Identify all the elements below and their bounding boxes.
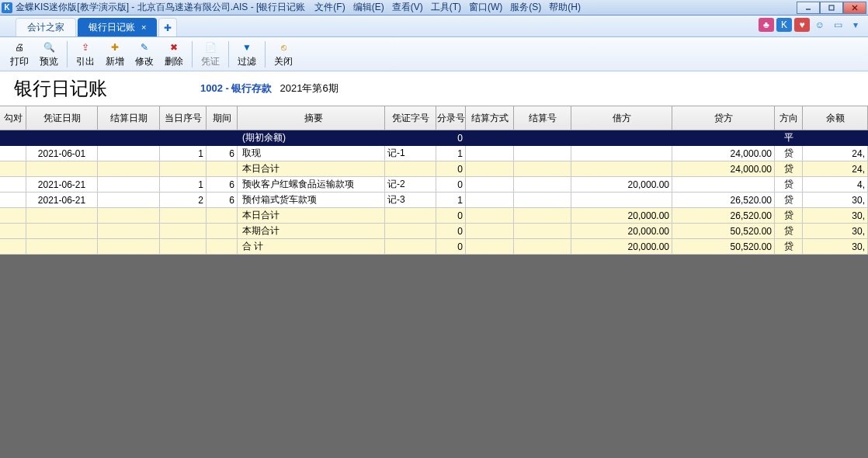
table-row[interactable]: 本日合计024,000.00贷24, [0,161,868,177]
maximize-button[interactable] [820,2,843,14]
col-voucher-no[interactable]: 凭证字号 [385,106,436,130]
tab-label: 会计之家 [27,21,64,34]
col-settle-type[interactable]: 结算方式 [466,106,514,130]
cell [207,239,238,255]
table-row[interactable]: 合 计020,000.0050,520.00贷30, [0,239,868,255]
menu-file[interactable]: 文件(F) [311,1,348,14]
cell [466,193,514,208]
cell [98,161,160,177]
col-settle-no[interactable]: 结算号 [514,106,571,130]
minimize-button[interactable] [797,2,820,14]
preview-icon: 🔍 [42,40,56,54]
cell: 记-2 [385,177,436,193]
menu-edit[interactable]: 编辑(E) [350,1,387,14]
cell: 本日合计 [238,208,385,224]
cell: 1 [160,146,207,161]
cell: 20,000.00 [571,224,672,239]
close-button[interactable] [843,2,866,14]
cell [98,130,160,146]
tab-close-icon[interactable]: × [141,23,146,32]
cell: 0 [436,208,466,224]
cell [207,130,238,146]
edit-icon: ✎ [137,40,151,54]
delete-button[interactable]: ✖删除 [159,39,189,70]
menu-service[interactable]: 服务(S) [507,1,544,14]
menu-bar: 文件(F) 编辑(E) 查看(V) 工具(T) 窗口(W) 服务(S) 帮助(H… [311,1,797,14]
cell [207,161,238,177]
col-period[interactable]: 期间 [207,106,238,130]
chat-icon[interactable]: ▭ [830,18,845,32]
voucher-icon: 📄 [203,40,217,54]
account-label: 1002 - 银行存款 [200,82,272,95]
preview-button[interactable]: 🔍预览 [34,39,64,70]
cell [0,208,26,224]
menu-tools[interactable]: 工具(T) [428,1,464,14]
voucher-button[interactable]: 📄凭证 [196,39,225,70]
tab-label: 银行日记账 [89,21,135,34]
tab-new[interactable]: ✚ [158,18,177,36]
table-row[interactable]: 本日合计020,000.0026,520.00贷30, [0,208,868,224]
table-row[interactable]: 本期合计020,000.0050,520.00贷30, [0,224,868,239]
tool-icon-2[interactable]: K [776,18,792,32]
cell [385,208,436,224]
cell [0,130,26,146]
cell [514,224,571,239]
cell [514,239,571,255]
col-credit[interactable]: 贷方 [672,106,775,130]
grid-body: (期初余额)0平2021-06-0116取现记-1124,000.00贷24, … [0,130,868,255]
col-settle-date[interactable]: 结算日期 [98,106,160,130]
cell [514,208,571,224]
cell: 50,520.00 [672,224,775,239]
cell [466,146,514,161]
window-title: 金蝶KIS迷你版[教学演示版] - 北京百鸟速递有限公司.AIS - [银行日记… [16,1,305,14]
export-button[interactable]: ⇪引出 [71,39,100,70]
table-row[interactable]: 2021-06-2126预付箱式货车款项记-3126,520.00贷30, [0,193,868,208]
cell: 贷 [775,208,803,224]
cell [26,130,98,146]
filter-button[interactable]: ▼过滤 [232,39,262,70]
cell: 记-3 [385,193,436,208]
cell [98,146,160,161]
dropdown-icon[interactable]: ▾ [848,18,863,32]
cell: 20,000.00 [571,208,672,224]
tab-bank-journal[interactable]: 银行日记账× [78,18,157,36]
menu-view[interactable]: 查看(V) [389,1,426,14]
tool-icon-1[interactable]: ♣ [759,18,774,32]
tool-icon-3[interactable]: ♥ [794,18,810,32]
menu-help[interactable]: 帮助(H) [546,1,584,14]
cell: 30, [803,239,868,255]
col-direction[interactable]: 方向 [775,106,803,130]
add-button[interactable]: ✚新增 [100,39,130,70]
col-summary[interactable]: 摘要 [238,106,385,130]
edit-button[interactable]: ✎修改 [130,39,159,70]
cell [160,224,207,239]
cell: 1 [160,177,207,193]
cell: 24,000.00 [672,161,775,177]
close-tab-button[interactable]: ⎋关闭 [269,39,298,70]
menu-window[interactable]: 窗口(W) [466,1,505,14]
col-balance[interactable]: 余额 [803,106,868,130]
table-row[interactable]: 2021-06-2116预收客户红螺食品运输款项记-2020,000.00贷4, [0,177,868,193]
cell: 24,000.00 [672,146,775,161]
col-seq[interactable]: 当日序号 [160,106,207,130]
print-button[interactable]: 🖨打印 [5,39,34,70]
smiley-icon[interactable]: ☺ [812,18,828,32]
cell: 预收客户红螺食品运输款项 [238,177,385,193]
table-row[interactable]: 2021-06-0116取现记-1124,000.00贷24, [0,146,868,161]
cell: 贷 [775,161,803,177]
cell: 2021-06-01 [26,146,98,161]
tab-home[interactable]: 会计之家 [16,18,76,36]
col-debit[interactable]: 借方 [571,106,672,130]
cell [672,177,775,193]
col-entry-no[interactable]: 分录号 [436,106,466,130]
cell: 贷 [775,239,803,255]
cell: 6 [207,193,238,208]
col-voucher-date[interactable]: 凭证日期 [26,106,98,130]
cell: 2 [160,193,207,208]
separator [67,41,68,68]
cell [466,130,514,146]
table-row[interactable]: (期初余额)0平 [0,130,868,146]
col-check[interactable]: 勾对 [0,106,26,130]
cell: 合 计 [238,239,385,255]
cell: 贷 [775,146,803,161]
